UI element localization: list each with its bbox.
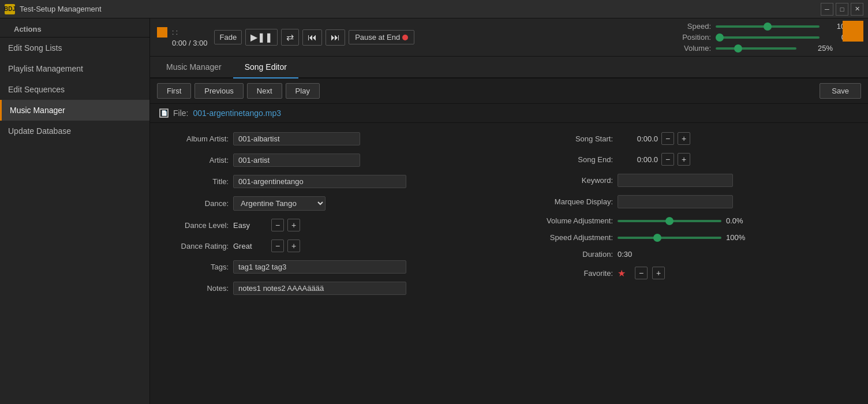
keyword-label: Keyword: — [521, 176, 613, 185]
first-button[interactable]: First — [157, 83, 191, 99]
speed-row: Speed: 100% — [665, 22, 861, 31]
file-path: 001-argentinetango.mp3 — [193, 109, 281, 118]
speed-adj-row: Speed Adjustment: 100% — [521, 233, 859, 242]
dance-rating-label: Dance Rating: — [159, 242, 229, 250]
dance-rating-plus-button[interactable]: + — [287, 240, 300, 252]
time-display: 0:00 / 3:00 — [157, 39, 207, 47]
titlebar-left: BDJ Test-Setup Management — [5, 4, 102, 14]
album-artist-row: Album Artist: — [159, 132, 497, 145]
speed-slider[interactable] — [716, 25, 820, 28]
fields-area: Album Artist: Artist: Title: Dance: — [150, 123, 868, 304]
dance-level-row: Dance Level: Easy − + — [159, 219, 497, 231]
speed-adj-label: Speed Adjustment: — [521, 233, 613, 242]
dance-rating-value: Great — [233, 242, 268, 250]
previous-button[interactable]: Previous — [194, 83, 244, 99]
pause-dot-icon — [402, 35, 408, 40]
song-end-minus-button[interactable]: − — [661, 153, 674, 166]
pause-at-end-button[interactable]: Pause at End — [349, 30, 414, 44]
artist-input[interactable] — [233, 154, 360, 167]
sidebar-item-label: Playlist Management — [8, 64, 83, 73]
main-layout: Actions Edit Song Lists Playlist Managem… — [0, 18, 868, 404]
fade-button[interactable]: Fade — [214, 30, 242, 44]
tab-label: Music Manager — [166, 62, 222, 72]
song-end-label: Song End: — [521, 155, 613, 164]
marquee-input[interactable] — [618, 195, 733, 208]
song-end-stepper: 0:00.0 − + — [618, 153, 690, 166]
favorite-plus-button[interactable]: + — [652, 267, 665, 279]
play-pause-button[interactable]: ▶❚❚ — [245, 29, 278, 46]
titlebar: BDJ Test-Setup Management ─ □ ✕ — [0, 0, 868, 18]
prev-button[interactable]: ⏮ — [302, 29, 322, 46]
favorite-minus-button[interactable]: − — [635, 267, 648, 279]
window-title: Test-Setup Management — [20, 5, 102, 13]
dance-label: Dance: — [159, 199, 229, 208]
transport-left: : : 0:00 / 3:00 — [157, 27, 207, 47]
keyword-input[interactable] — [618, 174, 733, 187]
minimize-button[interactable]: ─ — [821, 3, 833, 16]
song-end-value: 0:00.0 — [618, 155, 658, 164]
volume-adj-row: Volume Adjustment: 0.0% — [521, 216, 859, 225]
dance-level-label: Dance Level: — [159, 221, 229, 230]
song-start-value: 0:00.0 — [618, 134, 658, 143]
sidebar-item-edit-sequences[interactable]: Edit Sequences — [0, 79, 149, 100]
sidebar-item-playlist-management[interactable]: Playlist Management — [0, 58, 149, 79]
repeat-button[interactable]: ⇄ — [281, 29, 299, 46]
speed-adj-slider[interactable] — [618, 237, 721, 239]
dance-rating-stepper: Great − + — [233, 240, 300, 252]
tab-song-editor[interactable]: Song Editor — [233, 57, 298, 78]
sidebar-item-edit-song-lists[interactable]: Edit Song Lists — [0, 38, 149, 58]
dance-level-plus-button[interactable]: + — [287, 219, 300, 231]
close-button[interactable]: ✕ — [851, 3, 863, 16]
song-end-plus-button[interactable]: + — [678, 153, 690, 166]
dance-select[interactable]: Argentine Tango Waltz Foxtrot — [233, 196, 326, 211]
tab-music-manager[interactable]: Music Manager — [155, 57, 233, 78]
transport-right: Speed: 100% Position: 0:00 Volume: 25% — [665, 22, 861, 53]
duration-value: 0:30 — [618, 250, 632, 259]
restore-button[interactable]: □ — [836, 3, 848, 16]
song-start-plus-button[interactable]: + — [678, 132, 690, 145]
sidebar-item-label: Edit Song Lists — [8, 43, 62, 53]
sidebar-item-label: Music Manager — [10, 106, 65, 115]
transport-controls: Fade ▶❚❚ ⇄ ⏮ ⏭ Pause at End — [214, 29, 414, 46]
next-button[interactable]: Next — [247, 83, 282, 99]
favorite-star-icon[interactable]: ★ — [618, 268, 626, 279]
tags-input[interactable] — [233, 260, 406, 274]
title-input[interactable] — [233, 175, 406, 188]
album-artist-label: Album Artist: — [159, 134, 229, 143]
speed-label: Speed: — [665, 22, 711, 31]
position-label: Position: — [665, 33, 711, 42]
volume-slider[interactable] — [716, 47, 796, 50]
dance-rating-minus-button[interactable]: − — [271, 240, 284, 252]
save-button[interactable]: Save — [820, 83, 861, 99]
sidebar-header: Actions — [0, 18, 149, 38]
next-button[interactable]: ⏭ — [326, 29, 345, 46]
sidebar-item-label: Update Database — [8, 126, 71, 136]
volume-adj-slider[interactable] — [618, 220, 721, 222]
notes-input[interactable] — [233, 282, 406, 295]
accent-button[interactable] — [843, 21, 863, 42]
fields-left: Album Artist: Artist: Title: Dance: — [159, 132, 497, 295]
sidebar: Actions Edit Song Lists Playlist Managem… — [0, 18, 150, 404]
keyword-row: Keyword: — [521, 174, 859, 187]
album-artist-input[interactable] — [233, 132, 360, 145]
volume-row: Volume: 25% — [665, 44, 861, 53]
fields-right: Song Start: 0:00.0 − + Song End: 0:00.0 … — [521, 132, 859, 295]
marquee-label: Marquee Display: — [521, 197, 613, 206]
position-row: Position: 0:00 — [665, 33, 861, 42]
sidebar-item-music-manager[interactable]: Music Manager — [0, 100, 149, 121]
notes-label: Notes: — [159, 284, 229, 293]
play-button[interactable]: Play — [286, 83, 320, 99]
time-elapsed: 0:00 — [172, 39, 186, 47]
duration-row: Duration: 0:30 — [521, 250, 859, 259]
dance-rating-row: Dance Rating: Great − + — [159, 240, 497, 252]
volume-value: 25% — [801, 44, 833, 53]
position-slider[interactable] — [716, 36, 820, 39]
volume-adj-label: Volume Adjustment: — [521, 216, 613, 225]
sidebar-item-label: Edit Sequences — [8, 85, 65, 94]
time-total: 3:00 — [193, 39, 207, 47]
dance-level-minus-button[interactable]: − — [271, 219, 284, 231]
sidebar-item-update-database[interactable]: Update Database — [0, 121, 149, 141]
song-start-minus-button[interactable]: − — [661, 132, 674, 145]
song-start-label: Song Start: — [521, 134, 613, 143]
tab-label: Song Editor — [245, 62, 287, 72]
